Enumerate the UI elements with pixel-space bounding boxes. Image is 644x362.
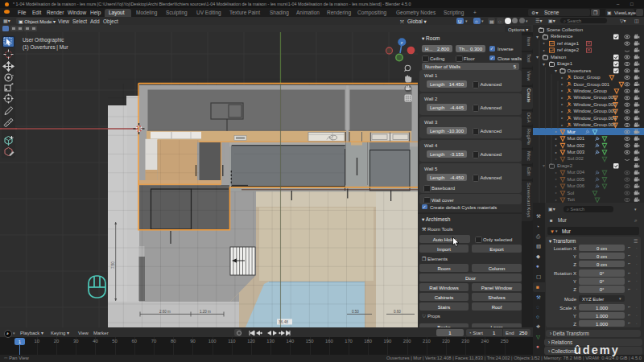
svg-text:‣: ‣ <box>555 130 558 134</box>
svg-text:▾: ▾ <box>543 61 545 66</box>
svg-text:▾: ▾ <box>555 68 557 73</box>
svg-text:‣: ‣ <box>561 116 564 121</box>
svg-text:‣: ‣ <box>561 95 564 100</box>
svg-text:▾: ▾ <box>536 34 539 39</box>
svg-text:‣: ‣ <box>561 109 564 113</box>
svg-text:‣: ‣ <box>561 88 564 93</box>
svg-text:‣: ‣ <box>555 143 558 148</box>
svg-text:36,48: 36,48 <box>279 320 288 324</box>
svg-text:0.50: 0.50 <box>352 310 359 314</box>
svg-text:‣: ‣ <box>555 197 558 202</box>
svg-text:▾: ▾ <box>536 55 539 60</box>
svg-text:▾: ▾ <box>543 163 545 168</box>
svg-text:0.60: 0.60 <box>394 310 401 314</box>
svg-text:7.50: 7.50 <box>111 261 115 269</box>
svg-text:‣: ‣ <box>555 191 558 195</box>
svg-text:1.20 m: 1.20 m <box>200 310 211 314</box>
svg-text:‣: ‣ <box>555 150 558 154</box>
svg-text:z: z <box>401 40 403 45</box>
svg-text:‣: ‣ <box>555 183 558 188</box>
svg-text:2.60 m: 2.60 m <box>159 310 171 314</box>
svg-text:‣: ‣ <box>543 47 546 52</box>
svg-text:‣: ‣ <box>561 82 564 87</box>
svg-text:‣: ‣ <box>555 177 558 182</box>
svg-text:‣: ‣ <box>555 170 558 175</box>
svg-text:‣: ‣ <box>555 156 558 161</box>
svg-text:‣: ‣ <box>543 41 546 46</box>
svg-text:‣: ‣ <box>561 75 564 80</box>
svg-text:‣: ‣ <box>561 102 564 107</box>
svg-text:‣: ‣ <box>555 136 558 141</box>
svg-text:‣: ‣ <box>561 122 564 127</box>
